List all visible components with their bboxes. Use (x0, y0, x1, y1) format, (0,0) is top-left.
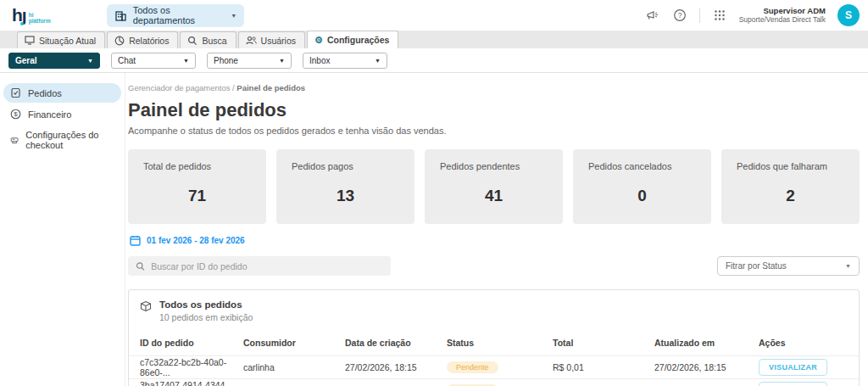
order-search (128, 256, 391, 276)
order-created: 27/02/2026, 18:15 (345, 362, 447, 372)
gear-icon: ⚙ (314, 36, 323, 44)
department-selector-label: Todos os departamentos (133, 5, 225, 25)
building-icon (115, 10, 126, 21)
svg-text:?: ? (677, 11, 682, 20)
search-icon (136, 261, 145, 271)
table-subtitle: 10 pedidos em exibição (159, 312, 253, 322)
stat-card-total: Total de pedidos 71 (128, 149, 266, 224)
col-atualizado: Atualizado em (654, 338, 759, 348)
breadcrumb-separator: / (232, 83, 235, 92)
chevron-down-icon: ▼ (87, 58, 93, 64)
stat-card-pendentes: Pedidos pendentes 41 (425, 149, 563, 224)
status-filter-label: Fitrar por Status (726, 261, 787, 271)
table-row: 3ba17407-4914-4344-a302-... Diego 27/02/… (129, 378, 859, 386)
svg-text:$: $ (14, 110, 18, 118)
tab-label: Configurações (327, 35, 390, 45)
channel-label: Chat (118, 56, 136, 65)
topbar-actions: ? Supervisor ADM Suporte/Vendas Direct T… (645, 4, 860, 26)
stat-card-falharam: Pedidos que falharam 2 (721, 149, 860, 224)
tab-situacao-atual[interactable]: Situação Atual (17, 31, 105, 48)
channel-label: Geral (15, 56, 37, 65)
order-id: c7c32a22-bc2b-40a0-86e0-... (140, 357, 243, 378)
stat-label: Pedidos que falharam (737, 161, 860, 171)
table-column-headers: ID do pedido Consumidor Data de criação … (129, 330, 859, 355)
table-row: c7c32a22-bc2b-40a0-86e0-... carlinha 27/… (129, 355, 859, 378)
channel-select-inbox[interactable]: Inbox ▼ (303, 53, 387, 69)
col-total: Total (553, 338, 654, 348)
help-icon[interactable]: ? (672, 8, 687, 23)
sidebar-item-pedidos[interactable]: Pedidos (3, 83, 121, 103)
monitor-icon (25, 36, 35, 45)
tab-usuarios[interactable]: Usuários (238, 31, 305, 48)
breadcrumb-current: Painel de pedidos (236, 83, 305, 92)
tab-label: Situação Atual (39, 36, 96, 46)
sidebar-item-configuracoes-checkout[interactable]: Configurações do checkout (3, 126, 121, 154)
main-content: Gerenciador de pagamentos / Painel de pe… (125, 73, 868, 386)
search-input[interactable] (151, 261, 383, 271)
channel-select-chat[interactable]: Chat ▼ (111, 53, 196, 69)
order-consumer: carlinha (243, 362, 345, 372)
channel-select-phone[interactable]: Phone ▼ (207, 53, 292, 69)
tab-label: Relatórios (129, 36, 169, 46)
checkout-icon (10, 135, 19, 146)
department-selector[interactable]: Todos os departamentos ▾ (107, 4, 244, 27)
table-title: Todos os pedidos (159, 299, 253, 310)
channel-filter-row: Geral ▼ Chat ▼ Phone ▼ Inbox ▼ (0, 48, 868, 73)
tab-label: Usuários (261, 36, 296, 46)
visualizar-button[interactable]: VISUALIZAR (759, 359, 827, 376)
sidebar-item-label: Financeiro (28, 109, 71, 120)
tab-configuracoes[interactable]: ⚙ Configurações (307, 31, 398, 48)
logo-mark: hȷ (12, 7, 26, 24)
stat-card-cancelados: Pedidos cancelados 0 (573, 149, 711, 224)
chevron-down-icon: ▼ (279, 58, 285, 64)
stat-label: Pedidos pagos (292, 161, 415, 171)
avatar[interactable]: S (837, 4, 860, 26)
stat-value: 71 (128, 187, 266, 205)
sidebar-item-label: Pedidos (28, 88, 62, 98)
main-tabstrip: Situação Atual Relatórios Busca Usuários… (0, 31, 868, 48)
col-data-criacao: Data de criação (345, 338, 447, 348)
orders-icon (10, 87, 21, 98)
date-range-picker[interactable]: 01 fev 2026 - 28 fev 2026 (130, 235, 860, 246)
col-status: Status (447, 338, 553, 348)
sidebar-item-financeiro[interactable]: $ Financeiro (3, 104, 121, 124)
col-acoes: Ações (759, 338, 848, 348)
stat-label: Pedidos cancelados (588, 161, 711, 171)
col-id: ID do pedido (140, 338, 243, 348)
tab-label: Busca (202, 36, 226, 46)
topbar: hȷ hi platform Todos os departamentos ▾ … (0, 0, 868, 31)
calendar-icon (130, 235, 141, 246)
chevron-down-icon: ▼ (183, 58, 189, 64)
user-name: Supervisor ADM (739, 6, 826, 15)
breadcrumb: Gerenciador de pagamentos / Painel de pe… (128, 83, 860, 92)
orders-table-card: Todos os pedidos 10 pedidos em exibição … (128, 289, 860, 386)
channel-label: Inbox (309, 56, 330, 65)
tab-busca[interactable]: Busca (180, 31, 236, 48)
stat-value: 0 (573, 187, 711, 205)
channel-select-geral[interactable]: Geral ▼ (8, 53, 100, 69)
stat-value: 2 (721, 187, 860, 205)
stats-row: Total de pedidos 71 Pedidos pagos 13 Ped… (128, 149, 860, 224)
sidebar: Pedidos $ Financeiro Configurações do ch… (0, 73, 125, 386)
search-row: Fitrar por Status ▼ (128, 256, 860, 276)
order-total: R$ 0,01 (553, 362, 654, 372)
chart-icon (114, 36, 125, 46)
users-icon (246, 36, 257, 45)
orders-table-header: Todos os pedidos 10 pedidos em exibição (129, 290, 859, 330)
sidebar-item-label: Configurações do checkout (25, 130, 114, 150)
announcements-icon[interactable] (645, 8, 660, 23)
tab-relatorios[interactable]: Relatórios (107, 31, 178, 48)
package-icon (140, 300, 152, 312)
order-updated: 27/02/2026, 18:15 (654, 362, 759, 372)
status-filter-select[interactable]: Fitrar por Status ▼ (717, 256, 860, 276)
user-info[interactable]: Supervisor ADM Suporte/Vendas Direct Tal… (739, 6, 826, 25)
app-logo[interactable]: hȷ hi platform (12, 7, 51, 24)
page-subtitle: Acompanhe o status de todos os pedidos g… (128, 126, 860, 136)
search-icon (187, 36, 198, 46)
breadcrumb-parent[interactable]: Gerenciador de pagamentos (128, 83, 230, 92)
apps-grid-icon[interactable] (712, 8, 727, 23)
channel-label: Phone (214, 56, 238, 65)
topbar-divider (699, 8, 700, 23)
visualizar-button[interactable]: VISUALIZAR (759, 382, 827, 386)
col-consumidor: Consumidor (243, 338, 345, 348)
